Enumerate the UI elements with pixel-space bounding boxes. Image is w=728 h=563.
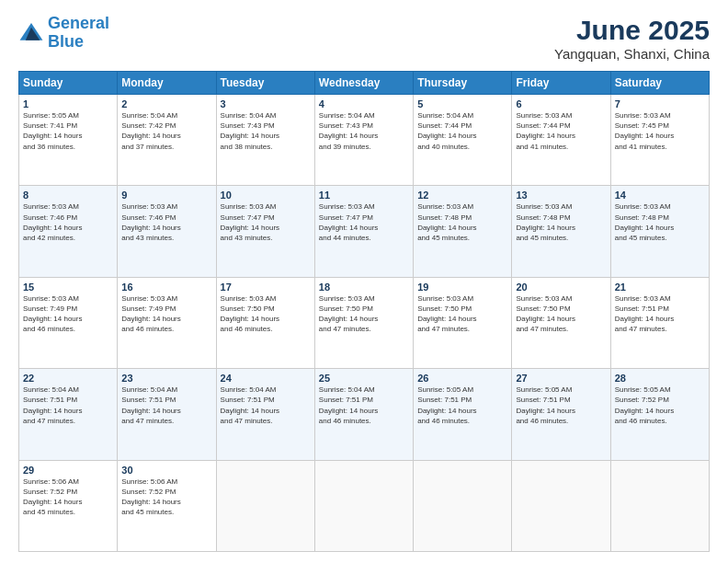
col-wednesday: Wednesday	[314, 72, 413, 95]
day-cell: 9Sunrise: 5:03 AMSunset: 7:46 PMDaylight…	[118, 186, 216, 277]
day-number: 11	[319, 190, 409, 201]
week-row-5: 29Sunrise: 5:06 AMSunset: 7:52 PMDayligh…	[19, 460, 710, 551]
day-info: Sunrise: 5:06 AMSunset: 7:52 PMDaylight:…	[121, 477, 211, 518]
day-cell: 2Sunrise: 5:04 AMSunset: 7:42 PMDaylight…	[118, 95, 216, 186]
day-cell: 16Sunrise: 5:03 AMSunset: 7:49 PMDayligh…	[118, 277, 216, 368]
day-info: Sunrise: 5:03 AMSunset: 7:48 PMDaylight:…	[615, 201, 705, 243]
day-cell: 7Sunrise: 5:03 AMSunset: 7:45 PMDaylight…	[610, 95, 709, 186]
day-number: 28	[615, 373, 705, 384]
day-cell: 13Sunrise: 5:03 AMSunset: 7:48 PMDayligh…	[512, 186, 610, 277]
day-number: 30	[121, 465, 211, 476]
day-cell: 4Sunrise: 5:04 AMSunset: 7:43 PMDaylight…	[314, 95, 413, 186]
day-cell: 22Sunrise: 5:04 AMSunset: 7:51 PMDayligh…	[19, 369, 118, 460]
day-number: 20	[516, 282, 606, 293]
main-title: June 2025	[554, 15, 710, 46]
day-number: 3	[221, 98, 311, 109]
day-info: Sunrise: 5:03 AMSunset: 7:48 PMDaylight:…	[516, 201, 606, 243]
day-number: 18	[319, 282, 409, 293]
col-thursday: Thursday	[414, 72, 512, 95]
day-cell: 12Sunrise: 5:03 AMSunset: 7:48 PMDayligh…	[414, 186, 512, 277]
header: GeneralBlue June 2025 Yangquan, Shanxi, …	[18, 15, 710, 62]
day-info: Sunrise: 5:03 AMSunset: 7:46 PMDaylight:…	[23, 201, 113, 243]
day-info: Sunrise: 5:03 AMSunset: 7:51 PMDaylight:…	[615, 293, 705, 335]
day-info: Sunrise: 5:04 AMSunset: 7:43 PMDaylight:…	[221, 110, 311, 152]
day-cell	[314, 460, 413, 551]
day-cell	[414, 460, 512, 551]
day-number: 10	[221, 190, 311, 201]
day-number: 12	[417, 190, 507, 201]
day-info: Sunrise: 5:03 AMSunset: 7:47 PMDaylight:…	[221, 201, 311, 243]
day-number: 4	[319, 98, 409, 109]
day-info: Sunrise: 5:04 AMSunset: 7:51 PMDaylight:…	[221, 385, 311, 426]
day-info: Sunrise: 5:05 AMSunset: 7:51 PMDaylight:…	[417, 385, 507, 426]
day-number: 26	[417, 373, 507, 384]
day-cell: 15Sunrise: 5:03 AMSunset: 7:49 PMDayligh…	[19, 277, 118, 368]
day-number: 9	[121, 190, 211, 201]
col-monday: Monday	[118, 72, 216, 95]
day-cell: 5Sunrise: 5:04 AMSunset: 7:44 PMDaylight…	[414, 95, 512, 186]
day-cell: 23Sunrise: 5:04 AMSunset: 7:51 PMDayligh…	[118, 369, 216, 460]
day-number: 13	[516, 190, 606, 201]
day-number: 17	[221, 282, 311, 293]
page: GeneralBlue June 2025 Yangquan, Shanxi, …	[0, 0, 728, 563]
day-info: Sunrise: 5:03 AMSunset: 7:45 PMDaylight:…	[615, 110, 705, 152]
week-row-4: 22Sunrise: 5:04 AMSunset: 7:51 PMDayligh…	[19, 369, 710, 460]
day-cell: 10Sunrise: 5:03 AMSunset: 7:47 PMDayligh…	[216, 186, 314, 277]
week-row-2: 8Sunrise: 5:03 AMSunset: 7:46 PMDaylight…	[19, 186, 710, 277]
logo: GeneralBlue	[18, 15, 109, 52]
col-tuesday: Tuesday	[216, 72, 314, 95]
week-row-3: 15Sunrise: 5:03 AMSunset: 7:49 PMDayligh…	[19, 277, 710, 368]
day-cell	[216, 460, 314, 551]
day-info: Sunrise: 5:03 AMSunset: 7:50 PMDaylight:…	[516, 293, 606, 335]
col-sunday: Sunday	[19, 72, 118, 95]
day-cell: 25Sunrise: 5:04 AMSunset: 7:51 PMDayligh…	[314, 369, 413, 460]
day-info: Sunrise: 5:04 AMSunset: 7:51 PMDaylight:…	[319, 385, 409, 426]
day-cell	[512, 460, 610, 551]
subtitle: Yangquan, Shanxi, China	[554, 46, 710, 62]
day-number: 21	[615, 282, 705, 293]
day-number: 1	[23, 98, 113, 109]
day-info: Sunrise: 5:03 AMSunset: 7:50 PMDaylight:…	[221, 293, 311, 335]
day-number: 6	[516, 98, 606, 109]
day-cell: 1Sunrise: 5:05 AMSunset: 7:41 PMDaylight…	[19, 95, 118, 186]
day-number: 5	[417, 98, 507, 109]
day-number: 22	[23, 373, 113, 384]
day-cell: 6Sunrise: 5:03 AMSunset: 7:44 PMDaylight…	[512, 95, 610, 186]
day-cell: 28Sunrise: 5:05 AMSunset: 7:52 PMDayligh…	[610, 369, 709, 460]
day-cell: 19Sunrise: 5:03 AMSunset: 7:50 PMDayligh…	[414, 277, 512, 368]
day-number: 25	[319, 373, 409, 384]
day-cell: 21Sunrise: 5:03 AMSunset: 7:51 PMDayligh…	[610, 277, 709, 368]
day-info: Sunrise: 5:03 AMSunset: 7:44 PMDaylight:…	[516, 110, 606, 152]
day-number: 14	[615, 190, 705, 201]
day-cell: 24Sunrise: 5:04 AMSunset: 7:51 PMDayligh…	[216, 369, 314, 460]
day-info: Sunrise: 5:03 AMSunset: 7:50 PMDaylight:…	[417, 293, 507, 335]
day-cell: 29Sunrise: 5:06 AMSunset: 7:52 PMDayligh…	[19, 460, 118, 551]
day-cell: 26Sunrise: 5:05 AMSunset: 7:51 PMDayligh…	[414, 369, 512, 460]
header-row: Sunday Monday Tuesday Wednesday Thursday…	[19, 72, 710, 95]
day-cell: 17Sunrise: 5:03 AMSunset: 7:50 PMDayligh…	[216, 277, 314, 368]
day-number: 2	[121, 98, 211, 109]
day-cell	[610, 460, 709, 551]
day-info: Sunrise: 5:03 AMSunset: 7:50 PMDaylight:…	[319, 293, 409, 335]
calendar-table: Sunday Monday Tuesday Wednesday Thursday…	[18, 71, 710, 552]
logo-icon	[18, 20, 44, 46]
day-cell: 20Sunrise: 5:03 AMSunset: 7:50 PMDayligh…	[512, 277, 610, 368]
day-cell: 18Sunrise: 5:03 AMSunset: 7:50 PMDayligh…	[314, 277, 413, 368]
day-number: 19	[417, 282, 507, 293]
logo-text: GeneralBlue	[48, 15, 109, 52]
day-number: 15	[23, 282, 113, 293]
col-saturday: Saturday	[610, 72, 709, 95]
day-info: Sunrise: 5:03 AMSunset: 7:48 PMDaylight:…	[417, 201, 507, 243]
day-number: 27	[516, 373, 606, 384]
day-info: Sunrise: 5:04 AMSunset: 7:42 PMDaylight:…	[121, 110, 211, 152]
week-row-1: 1Sunrise: 5:05 AMSunset: 7:41 PMDaylight…	[19, 95, 710, 186]
title-block: June 2025 Yangquan, Shanxi, China	[554, 15, 710, 62]
day-info: Sunrise: 5:03 AMSunset: 7:47 PMDaylight:…	[319, 201, 409, 243]
day-info: Sunrise: 5:06 AMSunset: 7:52 PMDaylight:…	[23, 477, 113, 518]
day-info: Sunrise: 5:05 AMSunset: 7:52 PMDaylight:…	[615, 385, 705, 426]
day-info: Sunrise: 5:03 AMSunset: 7:49 PMDaylight:…	[23, 293, 113, 335]
day-info: Sunrise: 5:03 AMSunset: 7:46 PMDaylight:…	[121, 201, 211, 243]
day-number: 8	[23, 190, 113, 201]
day-number: 23	[121, 373, 211, 384]
day-info: Sunrise: 5:04 AMSunset: 7:51 PMDaylight:…	[121, 385, 211, 426]
